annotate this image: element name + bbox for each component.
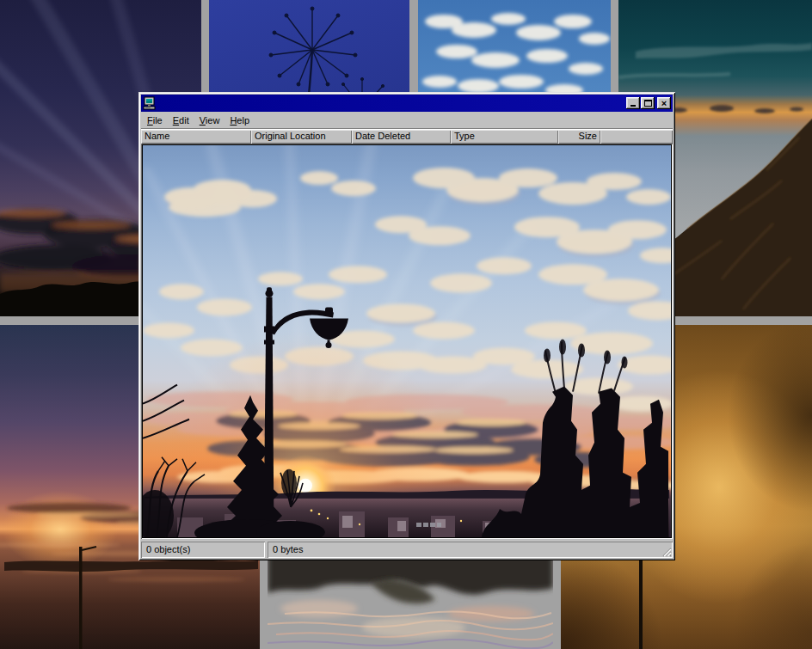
title-bar[interactable]: ×: [141, 95, 673, 112]
column-header-size[interactable]: Size: [558, 130, 600, 144]
status-size-text: 0 bytes: [273, 544, 303, 554]
pole-silhouette: [639, 560, 643, 649]
maximize-button[interactable]: [641, 97, 655, 109]
menu-file[interactable]: File: [142, 113, 168, 127]
close-button[interactable]: ×: [657, 97, 671, 109]
sunset-photo-background: [143, 145, 671, 537]
column-header-name[interactable]: Name: [141, 130, 251, 144]
column-header-date-deleted[interactable]: Date Deleted: [352, 130, 451, 144]
column-header-original-location[interactable]: Original Location: [251, 130, 352, 144]
menu-edit[interactable]: Edit: [168, 113, 194, 127]
column-header-filler: [600, 130, 673, 144]
status-object-count: 0 object(s): [141, 542, 265, 558]
computer-icon: [143, 96, 157, 110]
menu-help[interactable]: Help: [225, 113, 255, 127]
status-bar: 0 object(s) 0 bytes: [141, 542, 673, 558]
folder-content-area[interactable]: [141, 144, 673, 539]
column-header-row: Name Original Location Date Deleted Type…: [141, 130, 673, 144]
minimize-button[interactable]: [626, 97, 640, 109]
menu-view[interactable]: View: [194, 113, 225, 127]
column-header-type[interactable]: Type: [451, 130, 558, 144]
close-icon: ×: [661, 99, 667, 107]
resize-grip[interactable]: [661, 546, 672, 557]
maximize-icon: [644, 100, 652, 107]
status-size: 0 bytes: [268, 542, 673, 558]
minimize-icon: [631, 105, 636, 107]
recycle-bin-window: × File Edit View Help Name Original Loca…: [138, 92, 675, 560]
menu-bar: File Edit View Help: [141, 112, 673, 128]
